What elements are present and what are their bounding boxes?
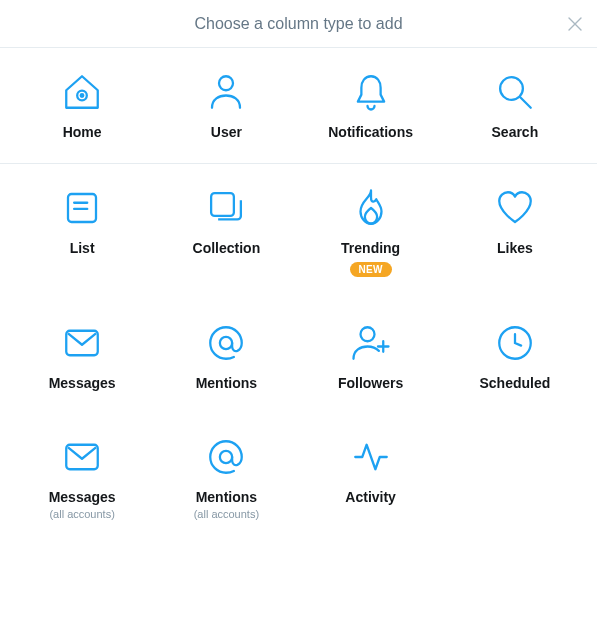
column-type-label: Messages	[49, 375, 116, 392]
svg-point-8	[360, 327, 374, 341]
column-type-messages[interactable]: Messages	[10, 321, 154, 392]
column-type-sublabel: (all accounts)	[49, 508, 114, 520]
svg-point-11	[220, 451, 232, 463]
column-type-mentions[interactable]: Mentions	[154, 321, 298, 392]
flame-icon	[349, 186, 393, 230]
column-type-label: Activity	[345, 489, 396, 506]
new-badge: NEW	[350, 262, 392, 277]
column-type-likes[interactable]: Likes	[443, 186, 587, 277]
collection-icon	[204, 186, 248, 230]
column-type-label: Trending	[341, 240, 400, 257]
column-type-collection[interactable]: Collection	[154, 186, 298, 277]
column-type-trending[interactable]: Trending NEW	[299, 186, 443, 277]
list-icon	[60, 186, 104, 230]
close-icon	[567, 16, 583, 32]
column-type-label: Mentions	[196, 489, 257, 506]
column-type-activity[interactable]: Activity	[299, 435, 443, 520]
column-type-scheduled[interactable]: Scheduled	[443, 321, 587, 392]
column-type-label: Followers	[338, 375, 403, 392]
at-icon	[204, 321, 248, 365]
activity-icon	[349, 435, 393, 479]
column-type-user[interactable]: User	[154, 70, 298, 141]
dialog-header: Choose a column type to add	[0, 0, 597, 48]
column-type-home[interactable]: Home	[10, 70, 154, 141]
secondary-section: List Collection Trending NEW	[0, 163, 597, 542]
column-type-messages-all[interactable]: Messages (all accounts)	[10, 435, 154, 520]
column-type-label: List	[70, 240, 95, 257]
column-type-list[interactable]: List	[10, 186, 154, 277]
close-button[interactable]	[567, 16, 583, 32]
column-type-label: Search	[492, 124, 539, 141]
svg-point-1	[81, 94, 84, 97]
column-type-sublabel: (all accounts)	[194, 508, 259, 520]
column-type-label: Notifications	[328, 124, 413, 141]
dialog-title: Choose a column type to add	[194, 15, 402, 33]
column-type-mentions-all[interactable]: Mentions (all accounts)	[154, 435, 298, 520]
column-type-label: Home	[63, 124, 102, 141]
column-type-label: Collection	[193, 240, 261, 257]
envelope-icon	[60, 435, 104, 479]
column-type-label: Scheduled	[479, 375, 550, 392]
user-plus-icon	[349, 321, 393, 365]
clock-icon	[493, 321, 537, 365]
heart-icon	[493, 186, 537, 230]
user-icon	[204, 70, 248, 114]
envelope-icon	[60, 321, 104, 365]
column-type-label: Messages	[49, 489, 116, 506]
column-type-notifications[interactable]: Notifications	[299, 70, 443, 141]
column-type-search[interactable]: Search	[443, 70, 587, 141]
svg-point-7	[220, 336, 232, 348]
primary-section: Home User Notifications	[0, 48, 597, 163]
column-type-label: Mentions	[196, 375, 257, 392]
bell-icon	[349, 70, 393, 114]
column-type-label: Likes	[497, 240, 533, 257]
column-type-followers[interactable]: Followers	[299, 321, 443, 392]
at-icon	[204, 435, 248, 479]
search-icon	[493, 70, 537, 114]
svg-point-2	[219, 76, 233, 90]
column-type-label: User	[211, 124, 242, 141]
home-icon	[60, 70, 104, 114]
svg-rect-5	[212, 193, 235, 216]
